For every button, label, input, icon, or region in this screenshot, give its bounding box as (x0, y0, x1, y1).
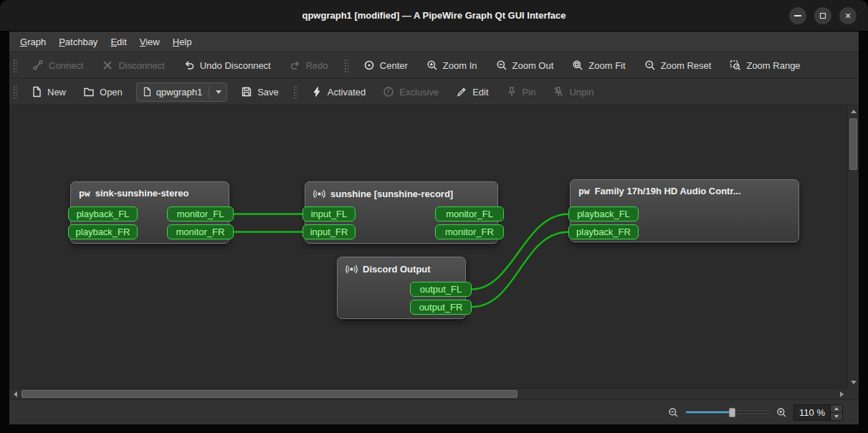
zoom-range-button[interactable]: Zoom Range (726, 57, 803, 74)
port-output-fl[interactable]: output_FL (410, 282, 472, 297)
port-monitor-fl[interactable]: monitor_FL (167, 206, 234, 222)
spin-buttons (830, 405, 842, 420)
chevron-down-icon (216, 90, 221, 94)
edit-button[interactable]: Edit (452, 83, 492, 100)
zoom-spinbox[interactable]: 110 % (793, 404, 843, 421)
arrow-up-icon (851, 110, 857, 113)
port-monitor-fl[interactable]: monitor_FL (435, 206, 504, 222)
node-title: sink-sunshine-stereo (95, 188, 189, 199)
activated-button[interactable]: Activated (307, 83, 369, 100)
new-button[interactable]: New (27, 83, 70, 100)
scroll-right-button[interactable] (836, 389, 847, 400)
center-icon (363, 60, 375, 71)
toolbar-handle[interactable] (12, 58, 17, 72)
scroll-up-button[interactable] (848, 105, 859, 117)
close-icon: ✕ (844, 11, 851, 21)
horizontal-scrollbar[interactable] (9, 388, 847, 399)
graph-canvas[interactable]: pw sink-sunshine-stereo sunshine [sunshi… (9, 105, 847, 388)
menu-graph[interactable]: Graph (14, 34, 52, 50)
port-monitor-fr[interactable]: monitor_FR (167, 224, 234, 239)
zoom-in-button[interactable]: Zoom In (423, 57, 481, 74)
unpin-button[interactable]: Unpin (549, 83, 597, 100)
port-playback-fl[interactable]: playback_FL (568, 206, 639, 222)
node-title: sunshine [sunshine-record] (330, 189, 453, 199)
disconnect-icon (102, 60, 113, 71)
pin-button[interactable]: Pin (502, 83, 540, 100)
save-icon (241, 86, 252, 97)
open-folder-icon (83, 86, 95, 97)
arrow-up-icon (834, 407, 839, 410)
zoom-slider-thumb[interactable] (729, 408, 735, 417)
open-button[interactable]: Open (80, 83, 126, 100)
close-button[interactable]: ✕ (839, 7, 857, 24)
titlebar[interactable]: qpwgraph1 [modified] — A PipeWire Graph … (0, 0, 868, 32)
zoom-out-icon (496, 60, 507, 71)
zoom-out-icon (668, 407, 679, 418)
window-frame: Graph Patchbay Edit View Help Connect Di… (0, 32, 868, 433)
port-output-fr[interactable]: output_FR (410, 300, 472, 315)
pipewire-icon: pw (578, 186, 590, 196)
port-playback-fl[interactable]: playback_FL (68, 206, 138, 222)
dropdown-divider (209, 86, 209, 98)
app-window: qpwgraph1 [modified] — A PipeWire Graph … (0, 0, 868, 433)
audio-record-icon (313, 188, 325, 200)
redo-button[interactable]: Redo (286, 57, 332, 74)
node-header: pw sink-sunshine-stereo (71, 182, 229, 201)
vertical-scrollbar-thumb[interactable] (849, 118, 857, 170)
pipewire-icon: pw (79, 188, 90, 199)
zoom-slider[interactable] (685, 406, 770, 418)
port-input-fr[interactable]: input_FR (302, 224, 356, 239)
exclusive-button[interactable]: f Exclusive (379, 83, 442, 100)
minimize-icon (794, 15, 801, 16)
toolbar-handle[interactable] (292, 85, 297, 99)
toolbar-handle[interactable] (343, 58, 348, 72)
center-button[interactable]: Center (360, 57, 411, 74)
zoom-value[interactable]: 110 % (794, 405, 830, 420)
svg-text:f: f (388, 88, 391, 95)
zoom-in-mini-button[interactable] (776, 407, 787, 418)
zoom-reset-button[interactable]: Zoom Reset (641, 57, 715, 74)
zoom-reset-icon (644, 60, 656, 71)
port-playback-fr[interactable]: playback_FR (68, 224, 138, 239)
patchbay-profile-dropdown[interactable]: qpwgraph1 (136, 82, 227, 102)
port-playback-fr[interactable]: playback_FR (568, 224, 639, 239)
undo-icon (183, 60, 195, 71)
zoom-out-button[interactable]: Zoom Out (492, 57, 558, 74)
node-header: sunshine [sunshine-record] (305, 182, 497, 203)
undo-disconnect-button[interactable]: Undo Disconnect (180, 57, 275, 74)
menu-patchbay[interactable]: Patchbay (52, 34, 104, 50)
graph-canvas-area: pw sink-sunshine-stereo sunshine [sunshi… (9, 105, 859, 400)
arrow-down-icon (851, 381, 857, 384)
edit-pencil-icon (456, 86, 467, 97)
menu-edit[interactable]: Edit (104, 34, 133, 50)
zoom-slider-track[interactable] (685, 411, 770, 414)
node-title: Family 17h/19h HD Audio Contr... (595, 186, 741, 196)
toolbar-handle[interactable] (12, 85, 17, 99)
maximize-button[interactable] (814, 7, 831, 24)
scroll-down-button[interactable] (848, 376, 859, 388)
zoom-increment-button[interactable] (831, 405, 842, 412)
scroll-left-button[interactable] (9, 389, 21, 400)
patchbay-profile-name: qpwgraph1 (156, 87, 202, 97)
connect-button[interactable]: Connect (29, 57, 87, 74)
node-header: Discord Output (338, 257, 465, 278)
menu-view[interactable]: View (133, 34, 166, 50)
save-button[interactable]: Save (237, 83, 282, 100)
zoom-decrement-button[interactable] (831, 412, 842, 420)
zoom-fit-button[interactable]: Zoom Fit (568, 57, 629, 74)
graph-toolbar: Connect Disconnect Undo Disconnect Redo … (9, 52, 859, 79)
vertical-scrollbar[interactable] (847, 105, 859, 388)
new-file-icon (31, 86, 42, 97)
minimize-button[interactable] (789, 7, 806, 24)
arrow-down-icon (834, 415, 839, 418)
zoom-out-mini-button[interactable] (668, 407, 679, 418)
zoom-range-icon (730, 60, 741, 71)
window-title: qpwgraph1 [modified] — A PipeWire Graph … (302, 10, 566, 21)
port-monitor-fr[interactable]: monitor_FR (435, 224, 504, 239)
node-title: Discord Output (363, 264, 431, 275)
disconnect-button[interactable]: Disconnect (98, 57, 168, 74)
port-input-fl[interactable]: input_FL (302, 206, 356, 222)
menu-help[interactable]: Help (166, 34, 199, 50)
patchbay-file-icon (142, 87, 152, 97)
horizontal-scrollbar-thumb[interactable] (22, 390, 518, 398)
